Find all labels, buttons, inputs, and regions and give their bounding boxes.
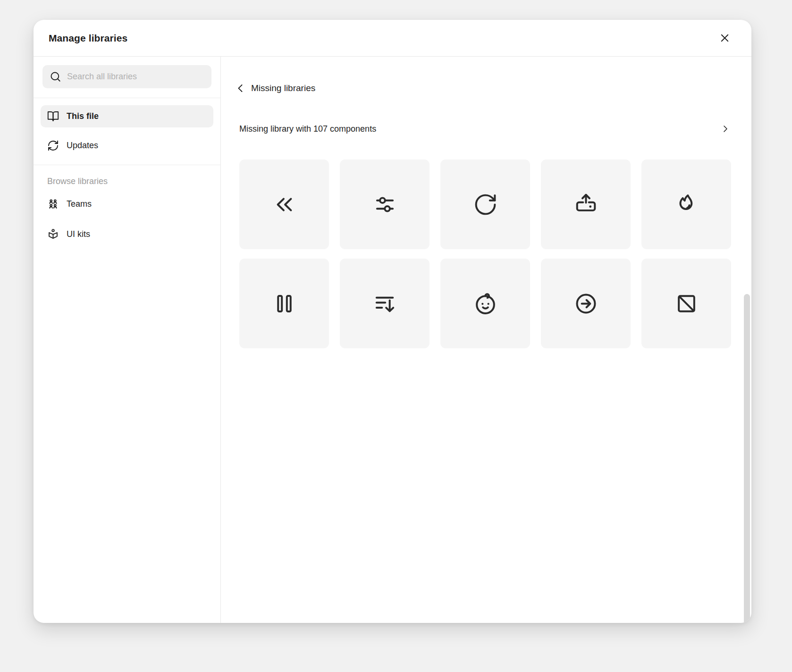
component-tile-arrow-right-circle[interactable] <box>541 259 631 348</box>
upload-tray-icon <box>573 192 598 217</box>
component-tile-upload-tray[interactable] <box>541 160 631 249</box>
teams-icon <box>47 198 59 210</box>
dialog-title: Manage libraries <box>49 33 127 44</box>
sidebar-item-updates[interactable]: Updates <box>41 134 213 157</box>
arrow-right-circle-icon <box>573 291 598 316</box>
book-open-icon <box>47 110 59 123</box>
chevron-left-icon <box>234 82 247 95</box>
search-box[interactable] <box>42 65 211 88</box>
search-icon <box>49 70 62 83</box>
browse-libraries-section: Browse libraries Teams <box>34 165 220 245</box>
sidebar-item-teams[interactable]: Teams <box>41 193 213 215</box>
component-grid <box>239 160 731 348</box>
sidebar-item-label: This file <box>67 111 99 121</box>
search-input[interactable] <box>67 72 205 82</box>
component-tile-pause[interactable] <box>239 259 329 348</box>
sort-descending-icon <box>372 291 397 316</box>
sidebar-item-label: UI kits <box>67 229 90 239</box>
pause-icon <box>272 291 297 316</box>
sliders-icon <box>372 192 397 217</box>
browse-libraries-heading: Browse libraries <box>41 176 213 186</box>
flame-icon <box>674 192 699 217</box>
chevrons-left-icon <box>272 192 297 217</box>
chevron-right-icon <box>720 123 731 134</box>
component-tile-sliders[interactable] <box>340 160 430 249</box>
page-title: Missing libraries <box>251 83 315 93</box>
sidebar-item-this-file[interactable]: This file <box>41 105 213 127</box>
missing-library-row[interactable]: Missing library with 107 components <box>239 118 731 140</box>
sidebar: This file Updates Browse librari <box>34 57 221 623</box>
component-tile-rotate-cw[interactable] <box>440 160 530 249</box>
search-section <box>34 57 220 98</box>
close-icon <box>718 32 731 44</box>
component-tile-chevrons-left[interactable] <box>239 160 329 249</box>
sidebar-item-label: Teams <box>67 199 92 209</box>
back-navigation[interactable]: Missing libraries <box>234 77 315 99</box>
sidebar-nav: This file Updates <box>34 98 220 165</box>
main-panel: Missing libraries Missing library with 1… <box>221 57 751 623</box>
ui-kits-icon <box>47 228 59 241</box>
component-tile-flame[interactable] <box>641 160 731 249</box>
component-tile-baby-face[interactable] <box>440 259 530 348</box>
scrollbar-thumb[interactable] <box>744 294 750 623</box>
close-button[interactable] <box>716 30 733 46</box>
rotate-cw-icon <box>473 192 498 217</box>
sidebar-item-label: Updates <box>67 141 98 151</box>
manage-libraries-dialog: Manage libraries <box>34 20 751 623</box>
square-slash-icon <box>674 291 699 316</box>
refresh-icon <box>47 139 59 152</box>
missing-library-label: Missing library with 107 components <box>239 124 376 134</box>
dialog-header: Manage libraries <box>34 20 751 57</box>
baby-face-icon <box>473 291 498 316</box>
sidebar-item-ui-kits[interactable]: UI kits <box>41 223 213 245</box>
component-tile-square-slash[interactable] <box>641 259 731 348</box>
component-tile-sort-descending[interactable] <box>340 259 430 348</box>
